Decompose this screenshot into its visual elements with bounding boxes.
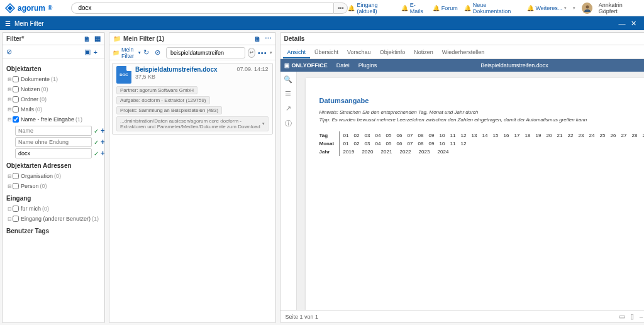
toplink-more[interactable]: 🔔Weiteres...▾ xyxy=(527,5,567,11)
window-minimize[interactable]: — xyxy=(616,19,628,27)
search-go-button[interactable]: ↵ xyxy=(248,48,255,58)
info-icon[interactable]: ⓘ xyxy=(285,119,292,128)
expand-icon[interactable]: ⊟ xyxy=(6,77,13,82)
comments-icon[interactable]: ☰ xyxy=(285,90,291,98)
detail-tab[interactable]: Wiederherstellen xyxy=(438,47,489,58)
nav-icon[interactable]: ↗ xyxy=(286,104,291,113)
filter-item[interactable]: ⊟Notizen (0) xyxy=(6,84,101,94)
expand-icon[interactable]: ⊟ xyxy=(6,206,13,212)
plus-icon[interactable]: + xyxy=(94,48,97,56)
filter-item[interactable]: ⊟Name - freie Eingabe (1) xyxy=(6,114,101,124)
refresh-icon[interactable]: ↻ xyxy=(143,48,149,57)
tag[interactable]: Aufgabe: docform - Extraktor (129759) xyxy=(116,96,210,104)
expand-icon[interactable]: ⊟ xyxy=(6,87,13,92)
expand-icon[interactable]: ⊟ xyxy=(6,97,13,102)
expand-icon[interactable]: ⊟ xyxy=(6,174,13,179)
filter-item[interactable]: ⊟Person (0) xyxy=(6,181,101,191)
doc-icon[interactable]: 🗎 xyxy=(84,35,91,43)
result-path[interactable]: ...dministration/Daten auslesen/agorum c… xyxy=(116,116,269,131)
search-icon[interactable]: 🔍 xyxy=(284,75,292,84)
global-search-input[interactable] xyxy=(71,3,334,14)
toplink-docs[interactable]: 🔔Neue Dokumentation xyxy=(464,2,521,14)
grid-icon[interactable]: ▦ xyxy=(94,35,101,43)
result-item[interactable]: DOC Beispieldatumstreifen.docx 37,5 KB 0… xyxy=(112,63,273,135)
name-input[interactable] xyxy=(15,126,92,136)
results-more-icon[interactable]: ••• xyxy=(258,49,267,57)
zoom-out-icon[interactable]: − xyxy=(639,313,643,321)
filter-checkbox[interactable] xyxy=(13,96,19,102)
bell-icon: 🔔 xyxy=(401,5,408,11)
tag[interactable]: Projekt: Sammlung an Beispieldateien (48… xyxy=(116,106,222,114)
section-objektarten: Objektarten xyxy=(6,65,101,72)
filter-item[interactable]: ⊟Dokumente (1) xyxy=(6,74,101,84)
detail-tab[interactable]: Übersicht xyxy=(310,47,343,58)
user-avatar[interactable] xyxy=(582,3,592,14)
filter-label: Notizen xyxy=(21,86,40,92)
window-close[interactable]: ✕ xyxy=(628,19,639,28)
doc-row-cells: 0102030405060708091011121314151617181920… xyxy=(340,131,644,140)
filter-checkbox[interactable] xyxy=(13,173,19,179)
filter-item[interactable]: ⊟Eingang (anderer Benutzer) (1) xyxy=(6,214,101,224)
reset-icon[interactable]: ⊘ xyxy=(155,48,160,57)
reset-icon[interactable]: ⊘ xyxy=(6,48,12,56)
toplink-emails[interactable]: 🔔E-Mails xyxy=(401,2,426,14)
filter-header: Filter* 🗎 ▦ xyxy=(3,33,104,45)
add-icon[interactable]: + xyxy=(101,138,104,146)
add-icon[interactable]: + xyxy=(101,126,104,135)
results-title: Mein Filter (1) xyxy=(123,35,164,42)
breadcrumb[interactable]: 📁 Mein Filter ▾ xyxy=(113,47,141,59)
filter-checkbox[interactable] xyxy=(13,206,19,212)
layout-icon[interactable]: ▣ xyxy=(84,48,91,56)
user-name[interactable]: Annkatrin Göpfert xyxy=(599,2,639,14)
name-input[interactable] xyxy=(15,137,92,147)
detail-tab[interactable]: Objektinfo xyxy=(375,47,410,58)
tag[interactable]: Partner: agorum Software GmbH xyxy=(116,86,197,94)
document-canvas[interactable]: Datumsangabe Hinweis: Streichen Sie den … xyxy=(297,72,644,310)
oo-menu-file[interactable]: Datei xyxy=(336,62,350,69)
dots-icon[interactable]: ⋯ xyxy=(265,35,272,43)
results-search-input[interactable] xyxy=(166,47,245,58)
expand-icon[interactable]: ⊟ xyxy=(6,117,13,123)
global-search-more[interactable]: ••• xyxy=(334,3,348,14)
add-icon[interactable]: + xyxy=(101,149,104,158)
onlyoffice-bar: ▣ ONLYOFFICE Datei Plugins Beispieldatum… xyxy=(280,59,644,72)
bell-icon: 🔔 xyxy=(433,5,440,11)
apply-icon[interactable]: ✓ xyxy=(94,150,99,157)
filter-checkbox[interactable] xyxy=(13,183,19,189)
filter-item[interactable]: ⊟Ordner (0) xyxy=(6,94,101,104)
filter-checkbox[interactable] xyxy=(13,216,19,222)
toplink-eingang[interactable]: 🔔Eingang (aktuell) xyxy=(348,2,394,14)
expand-icon[interactable]: ⊟ xyxy=(6,107,13,113)
filter-item[interactable]: ⊟für mich (0) xyxy=(6,204,101,214)
fit-width-icon[interactable]: ▭ xyxy=(619,312,625,321)
brand-name: agorum xyxy=(18,4,45,13)
toplink-dropdown[interactable]: ▾ xyxy=(573,6,575,11)
toplink-forum[interactable]: 🔔Forum xyxy=(433,5,458,11)
doc-cell: 14 xyxy=(482,133,491,138)
apply-icon[interactable]: ✓ xyxy=(94,139,99,146)
result-name[interactable]: Beispieldatumstreifen.docx xyxy=(135,66,233,73)
doc-cell: 06 xyxy=(397,141,405,146)
doc-cell: 13 xyxy=(472,133,480,138)
filter-item[interactable]: ⊟Organisation (0) xyxy=(6,171,101,181)
doc-cell: 2020 xyxy=(362,149,379,155)
filter-checkbox[interactable] xyxy=(13,106,19,113)
expand-icon[interactable]: ⊟ xyxy=(6,184,13,189)
filter-checkbox[interactable] xyxy=(13,76,19,82)
expand-icon[interactable]: ⊟ xyxy=(6,216,13,222)
filter-item[interactable]: ⊟Mails (0) xyxy=(6,104,101,114)
name-input[interactable] xyxy=(15,148,92,158)
filter-count: (0) xyxy=(40,183,47,189)
detail-tab[interactable]: Vorschau xyxy=(343,47,375,58)
detail-tab[interactable]: Ansicht xyxy=(283,47,311,58)
fit-page-icon[interactable]: ▯ xyxy=(630,312,634,321)
detail-tab[interactable]: Notizen xyxy=(409,47,438,58)
sheet-icon[interactable]: 🗎 xyxy=(254,35,261,43)
chevron-down-icon[interactable]: ▾ xyxy=(270,50,272,55)
brand-logo[interactable]: agorum® xyxy=(5,3,52,13)
filter-checkbox[interactable] xyxy=(13,116,19,123)
filter-label: Name - freie Eingabe xyxy=(21,116,74,123)
filter-checkbox[interactable] xyxy=(13,86,19,92)
apply-icon[interactable]: ✓ xyxy=(94,128,99,135)
oo-menu-plugins[interactable]: Plugins xyxy=(358,62,377,69)
